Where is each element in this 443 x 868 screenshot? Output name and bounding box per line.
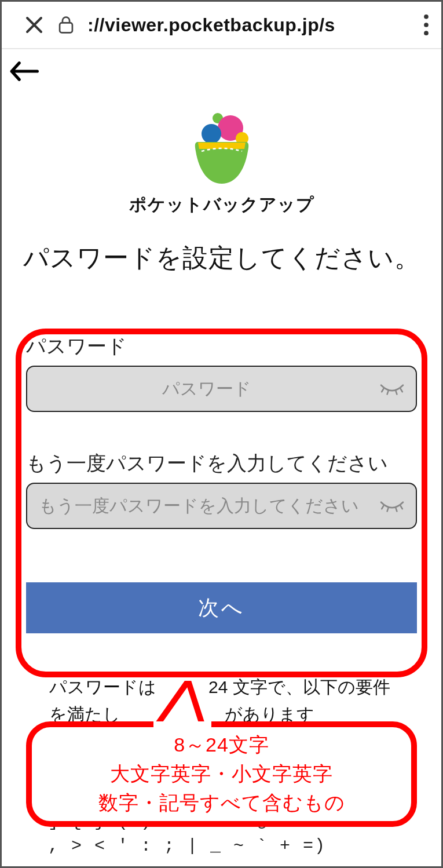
url-text[interactable]: ://viewer.pocketbackup.jp/s <box>87 14 411 36</box>
callout-line-1: 8～24文字 <box>174 732 269 758</box>
app-logo: ポケットバックアップ <box>2 111 441 217</box>
confirm-password-input[interactable] <box>39 496 374 516</box>
next-button[interactable]: 次へ <box>26 582 417 633</box>
svg-point-1 <box>424 14 429 19</box>
svg-point-6 <box>202 124 221 144</box>
more-menu-icon[interactable] <box>424 14 429 35</box>
confirm-password-label: もう一度パスワードを入力してください <box>26 450 417 477</box>
svg-point-2 <box>424 23 429 27</box>
svg-rect-0 <box>60 23 72 32</box>
password-input[interactable] <box>39 379 374 399</box>
password-form: パスワード もう一度パスワードを入力してください 次へ <box>2 333 441 633</box>
pocket-backup-logo-icon <box>184 111 259 186</box>
app-name: ポケットバックアップ <box>129 193 314 217</box>
password-rules-text: パスワードは 24 文字で、以下の要件を満たし があります <box>2 674 441 728</box>
page-title: パスワードを設定してください。 <box>2 241 441 275</box>
svg-point-3 <box>424 31 429 35</box>
password-field-wrap <box>26 366 417 412</box>
browser-bar: ://viewer.pocketbackup.jp/s <box>2 2 441 48</box>
allowed-symbols: ] { } ( ) ? - " ! @ # % & / \ , > < ' : … <box>48 809 407 858</box>
callout-line-2: 大文字英字・小文字英字 <box>110 761 333 787</box>
confirm-password-field-wrap <box>26 483 417 529</box>
back-icon[interactable] <box>9 60 434 83</box>
password-label: パスワード <box>26 333 417 360</box>
lock-icon <box>57 15 75 35</box>
close-icon[interactable] <box>24 14 45 35</box>
